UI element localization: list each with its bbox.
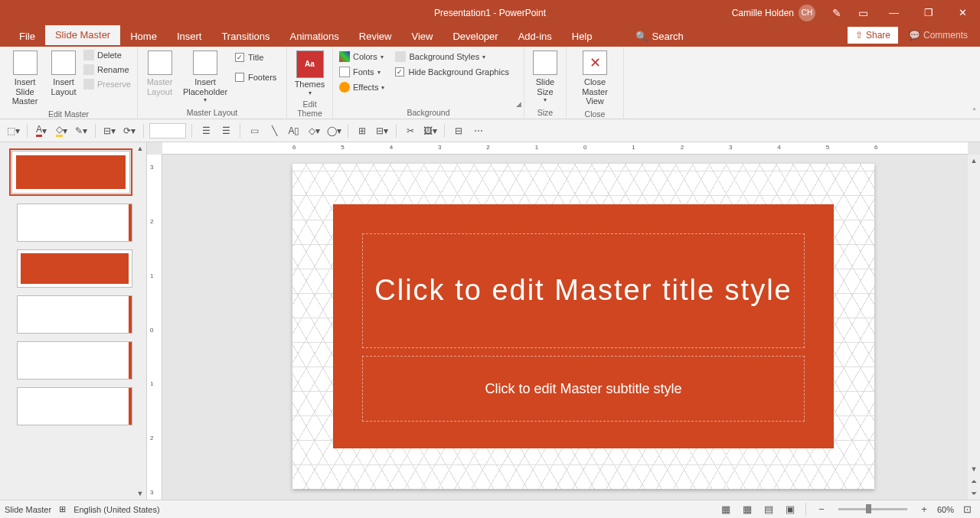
align-button[interactable]: ⊟▾	[101, 122, 118, 139]
tab-view[interactable]: View	[401, 26, 443, 47]
tab-insert[interactable]: Insert	[167, 26, 212, 47]
font-color-button[interactable]: A▾	[33, 122, 50, 139]
layout-thumbnail-4[interactable]	[17, 341, 132, 380]
insert-slide-master-button[interactable]: Insert Slide Master	[5, 49, 45, 108]
next-slide-icon[interactable]: ⏷	[968, 487, 980, 500]
slideshow-view-button[interactable]: ▣	[782, 503, 799, 516]
align-center-button[interactable]: ☰	[217, 122, 234, 139]
share-icon: ⇧	[855, 30, 863, 41]
selection-pane-button[interactable]: ⊟	[450, 122, 467, 139]
preserve-button[interactable]: Preserve	[82, 78, 132, 90]
thumbnail-scrollbar[interactable]: ▲ ▼	[134, 142, 146, 500]
group-button[interactable]: ⊞	[354, 122, 371, 139]
rotate-button[interactable]: ⟳▾	[121, 122, 138, 139]
subtitle-placeholder[interactable]: Click to edit Master subtitle style	[362, 356, 805, 422]
arrange-button[interactable]: ⬚▾	[5, 122, 21, 139]
tab-home[interactable]: Home	[120, 26, 167, 47]
textbox-button[interactable]: A▯	[286, 122, 302, 139]
rename-label: Rename	[97, 65, 129, 74]
group-close: ✕ Close Master View Close	[567, 47, 624, 119]
themes-sample: Aa	[305, 60, 315, 69]
fit-window-button[interactable]: ⊡	[959, 503, 975, 516]
oval-button[interactable]: ◯▾	[325, 122, 342, 139]
fonts-button[interactable]: Fonts▾	[338, 66, 386, 78]
share-button[interactable]: ⇧ Share	[848, 27, 898, 44]
tab-slide-master[interactable]: Slide Master	[45, 24, 120, 47]
zoom-out-button[interactable]: −	[813, 503, 830, 516]
master-thumbnail[interactable]	[9, 148, 132, 196]
tab-animations[interactable]: Animations	[280, 26, 349, 47]
tab-review[interactable]: Review	[349, 26, 402, 47]
fill-color-button[interactable]: ◇▾	[53, 122, 70, 139]
close-master-view-button[interactable]: ✕ Close Master View	[571, 49, 619, 108]
ruler-tick: 2	[150, 435, 153, 441]
picture-button[interactable]: 🖼▾	[422, 122, 439, 139]
tab-file[interactable]: File	[9, 26, 45, 47]
crop-button[interactable]: ✂	[402, 122, 419, 139]
tab-transitions[interactable]: Transitions	[211, 26, 279, 47]
ungroup-button[interactable]: ⊟▾	[374, 122, 390, 139]
themes-button[interactable]: Aa Themes ▾	[292, 49, 328, 98]
minimize-button[interactable]: —	[877, 0, 911, 25]
layout-thumbnail-5[interactable]	[17, 387, 132, 425]
scroll-up-icon[interactable]: ▲	[134, 142, 146, 155]
layout-thumbnail-1[interactable]	[17, 204, 132, 242]
outline-button[interactable]: ✎▾	[73, 122, 90, 139]
user-avatar[interactable]: CH	[799, 5, 815, 21]
shapes-button[interactable]: ◇▾	[305, 122, 322, 139]
slide-canvas[interactable]: Click to edit Master title style Click t…	[162, 155, 968, 500]
line-shape-button[interactable]: ╲	[266, 122, 283, 139]
zoom-slider-handle[interactable]	[866, 504, 871, 513]
scroll-up-icon[interactable]: ▲	[968, 155, 980, 167]
zoom-slider[interactable]	[838, 508, 907, 510]
insert-placeholder-button[interactable]: Insert Placeholder ▾	[180, 49, 230, 105]
scroll-down-icon[interactable]: ▼	[134, 487, 146, 500]
display-options-icon[interactable]: ▭	[850, 0, 877, 25]
close-window-button[interactable]: ✕	[946, 0, 980, 25]
editor-scrollbar[interactable]: ▲ ▼ ⏶ ⏷	[968, 155, 980, 500]
slide-size-button[interactable]: Slide Size ▾	[529, 49, 561, 105]
title-chk-label: Title	[248, 53, 263, 62]
title-checkbox[interactable]: ✓Title	[234, 51, 278, 64]
rename-button[interactable]: Rename	[82, 64, 132, 76]
hide-bg-checkbox[interactable]: ✓Hide Background Graphics	[394, 66, 510, 78]
placeholder-icon	[193, 50, 217, 75]
autosave-icon[interactable]: ✎	[823, 0, 850, 25]
align-left-button[interactable]: ☰	[198, 122, 214, 139]
zoom-level[interactable]: 60%	[937, 505, 954, 514]
tell-me-search[interactable]: 🔍 Search	[626, 26, 694, 47]
reading-view-button[interactable]: ▤	[760, 503, 777, 516]
insert-layout-button[interactable]: Insert Layout	[48, 49, 79, 98]
prev-slide-icon[interactable]: ⏶	[968, 475, 980, 487]
view-mode-label[interactable]: Slide Master	[5, 505, 51, 514]
background-styles-button[interactable]: Background Styles▾	[394, 50, 510, 63]
sorter-view-button[interactable]: ▦	[739, 503, 756, 516]
collapse-ribbon-button[interactable]: ˄	[972, 107, 976, 116]
footers-checkbox[interactable]: Footers	[234, 71, 278, 83]
slide-master-preview[interactable]: Click to edit Master title style Click t…	[292, 164, 874, 489]
effects-button[interactable]: Effects▾	[338, 81, 386, 93]
restore-button[interactable]: ❐	[911, 0, 946, 25]
comments-button[interactable]: 💬 Comments	[901, 27, 975, 44]
rectangle-shape-button[interactable]: ▭	[246, 122, 263, 139]
vertical-ruler[interactable]: 3210123	[147, 155, 162, 500]
layout-thumbnail-3[interactable]	[17, 295, 132, 334]
colors-button[interactable]: Colors▾	[338, 50, 386, 63]
overflow-button[interactable]: ⋯	[470, 122, 487, 139]
tab-addins[interactable]: Add-ins	[508, 26, 562, 47]
user-name[interactable]: Camille Holden	[732, 8, 794, 18]
dialog-launcher-icon[interactable]: ◢	[516, 100, 521, 108]
horizontal-ruler[interactable]: 6543210123456	[162, 142, 968, 155]
tab-help[interactable]: Help	[562, 26, 603, 47]
delete-button[interactable]: Delete	[82, 49, 132, 61]
width-input[interactable]	[149, 123, 186, 138]
accessibility-icon[interactable]: ⊞	[59, 504, 66, 514]
zoom-in-button[interactable]: +	[916, 503, 933, 516]
normal-view-button[interactable]: ▦	[717, 503, 734, 516]
layout-thumbnail-2[interactable]	[17, 249, 132, 288]
title-placeholder[interactable]: Click to edit Master title style	[362, 233, 805, 348]
scroll-down-icon[interactable]: ▼	[968, 463, 980, 475]
ruler-tick: 0	[583, 144, 586, 151]
language-label[interactable]: English (United States)	[74, 505, 160, 514]
tab-developer[interactable]: Developer	[443, 26, 508, 47]
